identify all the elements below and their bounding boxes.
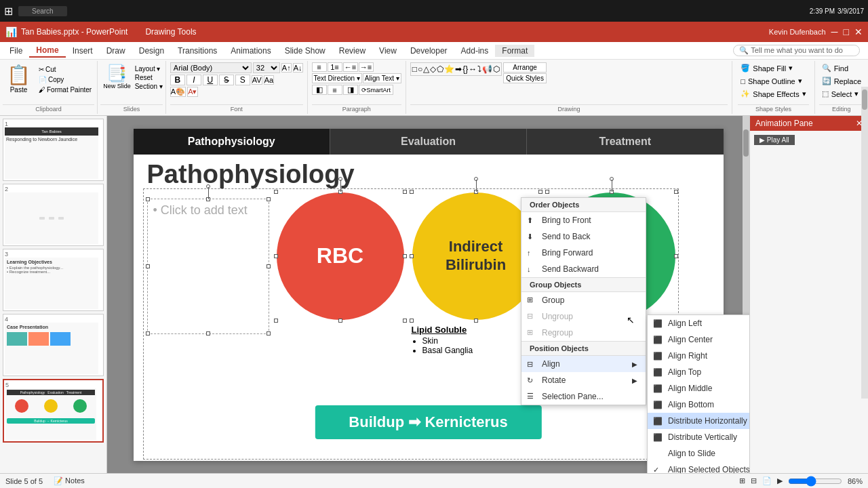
shadow-btn[interactable]: S [235, 75, 250, 85]
new-slide-button[interactable]: 📑 New Slide [100, 62, 134, 91]
font-name-select[interactable]: Arial (Body) [170, 62, 252, 73]
slide-thumb-1[interactable]: 1 Tan Babies Responding to Newborn Jaund… [3, 119, 104, 181]
align-center-btn[interactable]: ≡ [328, 85, 342, 95]
rotate-item[interactable]: ↻ Rotate ▶ [521, 372, 646, 388]
search-box[interactable]: 🔍 Tell me what you want to do [733, 45, 860, 56]
highlight-btn[interactable]: A🎨 [170, 87, 186, 97]
selection-pane-item[interactable]: ☰ Selection Pane... [521, 388, 646, 405]
align-top-sub[interactable]: ⬛ Align Top [648, 364, 749, 380]
increase-indent-btn[interactable]: →≡ [359, 62, 374, 72]
view-slide-sorter-btn[interactable]: ⊟ [751, 476, 757, 485]
cut-button[interactable]: ✂ Cut [36, 65, 94, 74]
font-size-select[interactable]: 32 [253, 62, 280, 73]
bullets-btn[interactable]: ≡ [312, 62, 327, 72]
slide-thumb-3[interactable]: 3 Learning Objectives • Explain the path… [3, 249, 104, 311]
copy-button[interactable]: 📄 Copy [36, 75, 94, 84]
menu-draw[interactable]: Draw [100, 45, 132, 57]
circle-rbc-wrap[interactable]: RBC [276, 192, 405, 321]
numbering-btn[interactable]: 1≡ [328, 62, 342, 72]
align-center-sub[interactable]: ⬛ Align Center [648, 331, 749, 348]
bring-to-front-item[interactable]: ⬆ Bring to Front [521, 212, 646, 228]
menu-review[interactable]: Review [332, 45, 372, 57]
align-left-btn[interactable]: ◧ [312, 85, 327, 95]
close-btn[interactable]: ✕ [854, 26, 863, 37]
underline-btn[interactable]: U [203, 75, 218, 85]
bring-forward-item[interactable]: ↑ Bring Forward [521, 245, 646, 261]
text-placeholder-box[interactable]: • Click to add text [147, 199, 269, 334]
text-direction-btn[interactable]: Text Direction ▾ [312, 73, 362, 83]
align-text-btn[interactable]: Align Text ▾ [363, 73, 401, 83]
menu-addins[interactable]: Add-ins [454, 45, 496, 57]
font-decrease-btn[interactable]: A↓ [293, 63, 303, 73]
paste-button[interactable]: 📋 Paste [3, 62, 35, 95]
distribute-vertically-sub[interactable]: ⬛ Distribute Vertically [648, 429, 749, 445]
buildup-button[interactable]: Buildup ➡ Kernicterus [315, 405, 541, 439]
slide-thumb-5[interactable]: 5 Pathophysiology Evaluation Treatment [3, 379, 104, 443]
align-middle-sub[interactable]: ⬛ Align Middle [648, 380, 749, 396]
taskbar-search[interactable]: Search [18, 6, 67, 16]
format-painter-button[interactable]: 🖌 Format Painter [36, 85, 94, 94]
align-selected-objects-sub[interactable]: ✓ Align Selected Objects [648, 462, 749, 473]
tab-pathophysiology[interactable]: Pathophysiology [134, 129, 330, 155]
align-item[interactable]: ⊟ Align ▶ [521, 356, 646, 372]
anim-scrollbar-top[interactable] [861, 116, 868, 399]
change-case-btn[interactable]: Aa [264, 75, 274, 85]
tab-treatment[interactable]: Treatment [527, 129, 723, 155]
menu-transitions[interactable]: Transitions [171, 45, 224, 57]
group-item[interactable]: ⊞ Group [521, 292, 646, 308]
arrange-btn[interactable]: Arrange [503, 62, 547, 73]
regroup-item[interactable]: ⊞ Regroup [521, 325, 646, 341]
strikethrough-btn[interactable]: S̶ [219, 75, 234, 85]
replace-btn[interactable]: 🔄Replace [819, 75, 864, 87]
slide-thumb-2[interactable]: 2 [3, 184, 104, 246]
distribute-horizontally-sub[interactable]: ⬛ Distribute Horizontally [648, 413, 749, 429]
align-right-sub[interactable]: ⬛ Align Right [648, 348, 749, 364]
align-right-btn[interactable]: ◨ [343, 85, 358, 95]
decrease-indent-btn[interactable]: ←≡ [343, 62, 358, 72]
view-reading-btn[interactable]: ▶ [777, 476, 783, 485]
windows-icon[interactable]: ⊞ [4, 5, 13, 18]
convert-smartart-btn[interactable]: ⟳SmartArt [359, 85, 394, 95]
view-notes-btn[interactable]: 📄 [762, 476, 772, 485]
menu-design[interactable]: Design [132, 45, 171, 57]
ungroup-item[interactable]: ⊟ Ungroup [521, 308, 646, 325]
text-placeholder-label: • Click to add text [153, 203, 248, 218]
font-increase-btn[interactable]: A↑ [281, 63, 292, 73]
user-name: Kevin Dufenbach [769, 28, 826, 36]
menu-format[interactable]: Format [495, 45, 534, 57]
menu-developer[interactable]: Developer [403, 45, 454, 57]
minimize-btn[interactable]: ─ [831, 26, 838, 37]
menu-insert[interactable]: Insert [66, 45, 100, 57]
send-backward-item[interactable]: ↓ Send Backward [521, 261, 646, 277]
layout-button[interactable]: Layout ▾ [135, 65, 163, 73]
send-to-back-item[interactable]: ⬇ Send to Back [521, 228, 646, 245]
bold-btn[interactable]: B [170, 75, 185, 85]
menu-slideshow[interactable]: Slide Show [278, 45, 332, 57]
menu-animations[interactable]: Animations [224, 45, 277, 57]
align-bottom-sub[interactable]: ⬛ Align Bottom [648, 396, 749, 413]
select-btn[interactable]: ⬚Select ▾ [819, 88, 864, 100]
menu-home[interactable]: Home [29, 44, 65, 58]
reset-button[interactable]: Reset [135, 74, 163, 81]
find-btn[interactable]: 🔍Find [819, 62, 864, 74]
quick-styles-btn[interactable]: Quick Styles [503, 73, 547, 83]
menu-file[interactable]: File [3, 45, 29, 57]
zoom-slider[interactable] [788, 476, 842, 487]
slide-thumb-4[interactable]: 4 Case Presentation [3, 314, 104, 376]
section-button[interactable]: Section ▾ [135, 83, 163, 90]
menu-view[interactable]: View [372, 45, 403, 57]
align-to-slide-sub[interactable]: Align to Slide [648, 445, 749, 462]
maximize-btn[interactable]: □ [844, 26, 849, 37]
shape-effects-btn[interactable]: ✨ Shape Effects ▾ [738, 88, 808, 100]
notes-btn[interactable]: 📝 Notes [54, 476, 85, 485]
shape-outline-btn[interactable]: □ Shape Outline ▾ [738, 75, 808, 87]
shapes-selector[interactable]: □○△◇ ⬠⭐➡{} ↔⤵📢⬡ [410, 62, 502, 76]
view-normal-btn[interactable]: ⊞ [739, 476, 745, 485]
italic-btn[interactable]: I [186, 75, 201, 85]
char-spacing-btn[interactable]: AV [252, 75, 262, 85]
play-all-btn[interactable]: ▶ Play All [754, 135, 795, 145]
font-color-btn[interactable]: A▾ [187, 87, 197, 97]
tab-evaluation[interactable]: Evaluation [330, 129, 527, 155]
shape-fill-btn[interactable]: 🪣 Shape Fill ▾ [738, 62, 808, 74]
align-left-sub[interactable]: ⬛ Align Left [648, 315, 749, 331]
